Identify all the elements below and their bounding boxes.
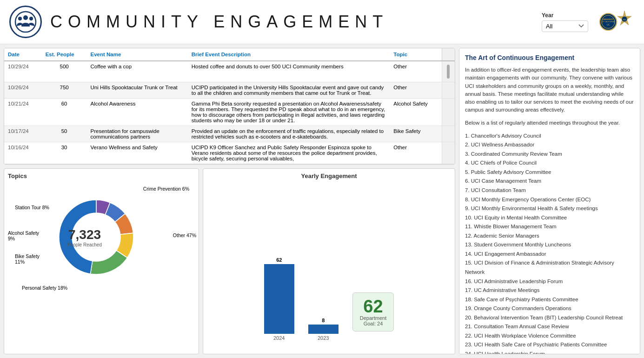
bar-2024-label: 2024: [273, 335, 285, 341]
right-panel-subtext: Below is a list of regularly attended me…: [465, 119, 634, 127]
cell-topic: Other: [390, 82, 442, 99]
list-item: 14. UCI Engagement Ambassador: [465, 250, 634, 259]
legend-bike: Bike Safety11%: [15, 253, 40, 265]
table-row: 10/26/24 750 Uni Hills Spooktacular Trun…: [4, 82, 455, 99]
right-panel: The Art of Continuous Engagement In addi…: [459, 48, 640, 354]
list-item: 5. Public Safety Advisory Committee: [465, 168, 634, 177]
year-select[interactable]: All 2024 2023: [542, 20, 588, 32]
barchart-title: Yearly Engagement: [207, 172, 451, 179]
donut-label: People Reached: [67, 242, 102, 247]
barchart-content: 62 2024 8 2023 62 Department Goal: 2: [207, 181, 451, 350]
bar-2024-rect: [264, 264, 294, 334]
list-item: 6. UCI Case Management Team: [465, 177, 634, 186]
list-item: 4. UC Chiefs of Police Council: [465, 159, 634, 168]
topics-title: Topics: [8, 172, 195, 179]
badge-svg: UNIVERSITY OF CALIFORNIA UC PD: [599, 7, 634, 37]
table-row: 10/21/24 60 Alcohol Awareness Gamma Phi …: [4, 99, 455, 126]
cell-people: 500: [42, 61, 87, 82]
cell-event: Presentation for campuswide communicatio…: [87, 126, 188, 142]
donut-number: 7,323: [67, 227, 102, 242]
scroll-cell: [442, 99, 455, 126]
list-item: 23. UCI Health Safe Care of Psychiatric …: [465, 340, 634, 350]
left-panel: Date Est. People Event Name Brief Event …: [0, 44, 459, 358]
meetings-list: 1. Chancellor's Advisory Council2. UCI W…: [465, 132, 634, 354]
cell-topic: Other: [390, 142, 442, 164]
police-badge: UNIVERSITY OF CALIFORNIA UC PD: [598, 6, 635, 38]
list-item: 3. Coordinated Community Review Team: [465, 150, 634, 159]
bar-2023-label: 2023: [318, 335, 329, 341]
cell-topic: Alcohol Safety: [390, 99, 442, 126]
goal-target: Goal: 24: [364, 321, 383, 326]
bar-2023-rect: [308, 325, 339, 334]
list-item: 21. Consultation Team Annual Case Review: [465, 322, 634, 331]
page-title: COMMUNITY ENGAGEMENT: [50, 12, 542, 32]
list-item: 2. UCI Wellness Ambassador: [465, 140, 634, 150]
year-label: Year: [542, 12, 588, 19]
cell-event: Alcohol Awareness: [87, 99, 188, 126]
cell-desc: Hosted coffee and donuts to over 500 UCI…: [188, 61, 390, 82]
table-row: 10/29/24 500 Coffee with a cop Hosted co…: [4, 61, 455, 82]
topics-panel: Topics 7,323 People Reached Crime Preven…: [4, 168, 199, 354]
cell-event: Coffee with a cop: [87, 61, 188, 82]
svg-point-0: [15, 12, 36, 32]
list-item: 24. UCI Health Leadership Forum: [465, 350, 634, 354]
header-controls: Year All 2024 2023 UNIVERSITY OF CALIFOR…: [542, 6, 635, 38]
bar-2023: 8 2023: [308, 318, 339, 341]
cell-date: 10/16/24: [4, 142, 42, 164]
cell-date: 10/17/24: [4, 126, 42, 142]
scroll-indicator[interactable]: [447, 65, 450, 79]
cell-desc: UCIPD participated in the University Hil…: [188, 82, 390, 99]
list-item: 12. Academic Senior Managers: [465, 232, 634, 241]
cell-people: 60: [42, 99, 87, 126]
list-item: 11. Whistle Blower Management Team: [465, 222, 634, 232]
cell-event: Uni Hills Spooktacular Trunk or Treat: [87, 82, 188, 99]
goal-number: 62: [363, 298, 383, 315]
bar-2024-value: 62: [276, 257, 282, 263]
donut-center: 7,323 People Reached: [67, 227, 102, 247]
goal-badge: 62 Department Goal: 24: [352, 292, 394, 331]
legend-other: Other 47%: [173, 232, 196, 238]
table-row: 10/17/24 50 Presentation for campuswide …: [4, 126, 455, 142]
scroll-cell: [442, 61, 455, 82]
col-header-desc: Brief Event Description: [188, 48, 390, 61]
main-content: Date Est. People Event Name Brief Event …: [0, 44, 644, 358]
legend-alcohol: Alcohol Safety9%: [8, 230, 39, 241]
logo-circle: [9, 6, 42, 38]
cell-event: Verano Wellness and Safety: [87, 142, 188, 164]
cell-date: 10/29/24: [4, 61, 42, 82]
col-header-date: Date: [4, 48, 42, 61]
list-item: 20. Behavioral Intervention Team (BIT) L…: [465, 313, 634, 323]
year-filter: Year All 2024 2023: [542, 12, 588, 32]
cell-desc: Provided an update on the enforcement of…: [188, 126, 390, 142]
list-item: 22. UCI Health Workplace Violence Commit…: [465, 331, 634, 341]
cell-desc: Gamma Phi Beta sorority requested a pres…: [188, 99, 390, 126]
list-item: 15. UCI Division of Finance & Administra…: [465, 259, 634, 277]
cell-people: 50: [42, 126, 87, 142]
events-table-container: Date Est. People Event Name Brief Event …: [4, 48, 455, 165]
svg-point-2: [18, 17, 22, 20]
bottom-charts: Topics 7,323 People Reached Crime Preven…: [4, 168, 455, 354]
list-item: 1. Chancellor's Advisory Council: [465, 132, 634, 141]
svg-point-1: [23, 15, 28, 20]
svg-text:PD: PD: [623, 19, 626, 21]
right-panel-intro: In addition to officer-led engagement ev…: [465, 66, 634, 114]
list-item: 16. UCI Administrative Leadership Forum: [465, 277, 634, 286]
list-item: 18. Safe Care of Psychiatry Patients Com…: [465, 295, 634, 305]
scroll-cell: [442, 82, 455, 99]
cell-people: 30: [42, 142, 87, 164]
goal-dept: Department: [360, 315, 386, 321]
table-row: 10/16/24 30 Verano Wellness and Safety U…: [4, 142, 455, 164]
svg-text:UNIVERSITY: UNIVERSITY: [602, 18, 613, 20]
col-header-event: Event Name: [87, 48, 188, 61]
header: COMMUNITY ENGAGEMENT Year All 2024 2023 …: [0, 0, 644, 44]
donut-segment: [90, 251, 127, 274]
list-item: 13. Student Government Monthly Luncheons: [465, 240, 634, 250]
legend-personal: Personal Safety 18%: [22, 285, 67, 291]
list-item: 10. UCI Equity in Mental Health Committe…: [465, 213, 634, 223]
list-item: 19. Orange County Commanders Operations: [465, 304, 634, 313]
cell-date: 10/26/24: [4, 82, 42, 99]
cell-topic: Other: [390, 61, 442, 82]
scroll-cell: [442, 126, 455, 142]
cell-date: 10/21/24: [4, 99, 42, 126]
cell-topic: Bike Safety: [390, 126, 442, 142]
